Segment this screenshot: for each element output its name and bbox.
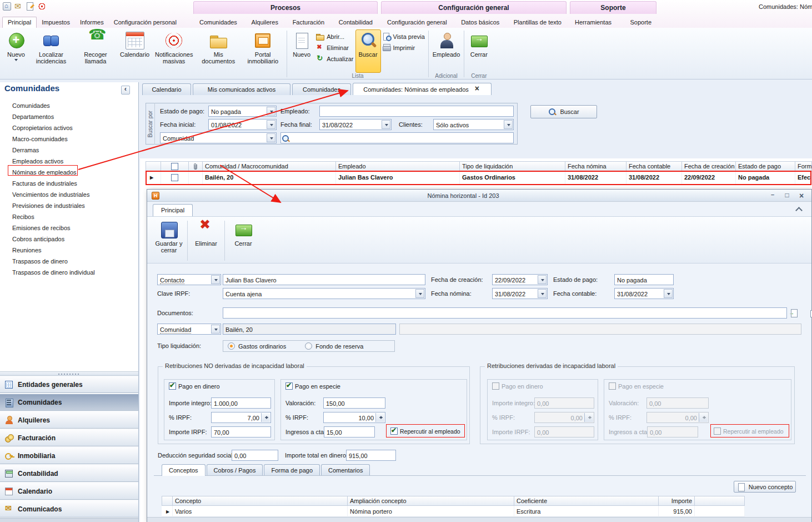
importe-integro-field[interactable]: 0,00 [534,397,594,409]
dialog-cerrar-button[interactable]: Cerrar [227,218,259,261]
ribbon-tab-herramientas[interactable]: Herramientas [570,17,616,28]
ribbon-tab-alquileres[interactable]: Alquileres [247,17,283,28]
collapse-ribbon-icon[interactable] [795,207,803,214]
nav-alquileres[interactable]: Alquileres [0,411,138,429]
sidebar-item-facturas-industriales[interactable]: Facturas de industriales [0,178,138,189]
contacto-combo[interactable]: Contacto [157,274,221,285]
tab-comunidades[interactable]: Comunidades [292,83,351,95]
importe-irpf-field[interactable]: 0,00 [534,426,594,438]
ribbon-tab-datos-basicos[interactable]: Datos básicos [456,17,504,28]
sidebar-item-nominas-de-empleados[interactable]: Nóminas de empleados [0,167,138,178]
fecha-nomina-field[interactable]: 31/08/2022 [492,288,548,299]
concept-header-ampliacion[interactable]: Ampliación concepto [348,496,514,506]
pago-especie-checkbox[interactable] [285,382,293,390]
ribbon-tab-principal[interactable]: Principal [2,17,37,28]
pct-irpf-spinner[interactable]: 7,00 [211,412,271,423]
collapse-sidebar-button[interactable] [121,86,130,95]
buscar-filter-button[interactable]: Buscar [530,105,597,118]
fecha-final-combo[interactable]: 31/08/2022 [319,119,392,130]
tab-calendario[interactable]: Calendario [142,83,191,95]
total-field[interactable]: 915,00 [346,450,396,461]
sidebar-item-traspasos-dinero[interactable]: Traspasos de dinero [0,256,138,267]
row-empleado-cell[interactable]: Julian Bas Clavero [336,172,460,185]
nav-calendario[interactable]: Calendario [0,483,138,500]
edit-note-icon[interactable] [26,2,35,11]
comunidad-value-field[interactable]: Bailén, 20 [223,324,396,335]
sidebar-item-departamentos[interactable]: Departamentos [0,111,138,122]
nav-entidades-generales[interactable]: Entidades generales [0,376,138,393]
actualizar-button[interactable]: Actualizar [316,55,353,63]
dialog-titlebar[interactable]: Nómina horizontal - Id 203 [147,190,811,202]
maximize-icon[interactable] [781,191,793,200]
row-fecha-contable-cell[interactable]: 31/08/2022 [626,172,682,185]
notificaciones-masivas-button[interactable]: Notificaciones masivas [152,29,196,73]
fecha-creacion-field[interactable]: 22/09/2022 [492,274,548,285]
horizontal-scrollbar[interactable] [147,517,811,522]
row-tipo-cell[interactable]: Gastos Ordinarios [460,172,565,185]
nav-inmobiliaria[interactable]: Inmobiliaria [0,447,138,464]
concept-row-importe[interactable]: 915,00 [659,506,695,517]
grid-header-estado-pago[interactable]: Estado de pago [736,161,795,172]
row-checkbox[interactable] [171,174,178,181]
concept-row-concepto[interactable]: Varios [173,506,348,517]
grid-header-tipo[interactable]: Tipo de liquidación [460,161,565,172]
calendario-button[interactable]: Calendario [118,29,152,73]
estado-pago-filter-combo[interactable]: No pagada [208,106,277,117]
cerrar-button[interactable]: Cerrar [466,29,492,73]
grid-header-select[interactable] [161,161,189,172]
fecha-contable-field[interactable]: 31/08/2022 [614,288,674,299]
row-estado-pago-cell[interactable]: No pagada [736,172,795,185]
clave-irpf-combo[interactable]: Cuenta ajena [223,288,425,299]
grid-header-empleado[interactable]: Empleado [336,161,460,172]
ribbon-tab-facturacion[interactable]: Facturación [288,17,329,28]
search-icon[interactable] [282,135,290,142]
ribbon-tab-impuestos[interactable]: Impuestos [37,17,75,28]
pago-dinero-checkbox[interactable] [492,382,499,390]
pct-irpf-especie-spinner[interactable]: 0,00 [646,412,709,423]
fondo-reserva-radio[interactable] [305,342,312,350]
comunidad-search-input[interactable] [280,132,514,143]
pago-dinero-checkbox[interactable] [169,382,176,390]
grid-header-attachment[interactable] [189,161,203,172]
buscar-button[interactable]: Buscar [355,29,381,73]
empleado-button[interactable]: Empleado [430,29,463,73]
grid-header-fecha-nomina[interactable]: Fecha nómina [565,161,626,172]
concept-header-importe[interactable]: Importe [659,496,695,506]
row-attachment-cell[interactable] [189,172,203,185]
tab-conceptos[interactable]: Conceptos [162,464,205,476]
mail-icon[interactable] [14,2,23,11]
sidebar-item-cobros-anticipados[interactable]: Cobros anticipados [0,233,138,245]
macrocomunidad-field[interactable] [399,324,801,335]
pago-especie-checkbox[interactable] [609,382,616,390]
guardar-y-cerrar-button[interactable]: Guardar y cerrar [153,218,185,261]
ribbon-tab-soporte[interactable]: Soporte [625,17,656,28]
ribbon-tab-configuracion-general[interactable]: Configuración general [382,17,452,28]
nav-comunidades[interactable]: Comunidades [0,394,138,411]
close-tab-icon[interactable] [474,86,481,93]
localizar-incidencias-button[interactable]: Localizar incidencias [29,29,73,73]
nav-facturacion[interactable]: Facturación [0,429,138,446]
sidebar-splitter[interactable] [0,371,138,376]
nav-comunicados[interactable]: Comunicados [0,500,138,518]
minimize-icon[interactable] [767,191,778,200]
documentos-field[interactable] [223,307,787,319]
sidebar-item-vencimientos-industriales[interactable]: Vencimientos de industriales [0,189,138,200]
ingresos-field[interactable]: 15,00 [324,426,375,438]
ribbon-tab-configuracion-personal[interactable]: Configuración personal [109,17,182,28]
sidebar-item-copropietarios-activos[interactable]: Copropietarios activos [0,122,138,133]
grid-header-fecha-creacion[interactable]: Fecha de creación [682,161,736,172]
comunidad-filter-combo[interactable]: Comunidad [160,132,277,143]
ingresos-field[interactable]: 0,00 [647,426,698,438]
deduccion-field[interactable]: 0,00 [232,450,278,461]
empleado-filter-input[interactable] [319,106,514,117]
nuevo-concepto-button[interactable]: Nuevo concepto [734,481,796,493]
contacto-value-field[interactable]: Julian Bas Clavero [223,274,425,285]
nav-contabilidad[interactable]: Contabilidad [0,465,138,482]
gastos-ordinarios-radio[interactable] [228,342,235,350]
tab-nominas-empleados[interactable]: Comunidades: Nóminas de empleados [353,83,492,95]
sidebar-item-derramas[interactable]: Derramas [0,145,138,156]
vista-previa-button[interactable]: Vista previa [383,33,425,41]
pct-irpf-spinner[interactable]: 0,00 [534,412,594,423]
tab-comentarios[interactable]: Comentarios [321,464,370,476]
ribbon-tab-plantillas[interactable]: Plantillas de texto [509,17,567,28]
